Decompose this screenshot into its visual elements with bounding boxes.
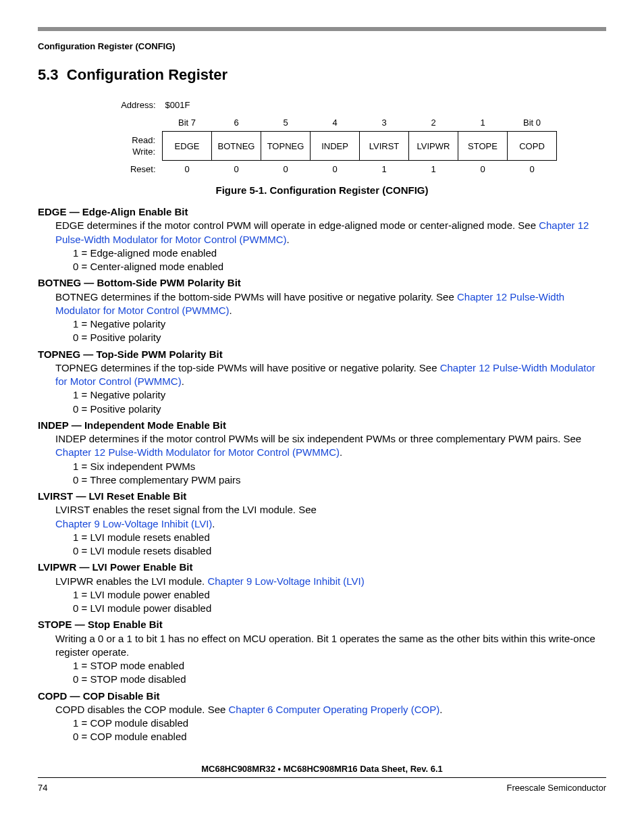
field-description: EDGE determines if the motor control PWM… (55, 219, 606, 246)
field-description: LVIRST enables the reset signal from the… (55, 503, 606, 531)
reset-value: 0 (508, 161, 557, 178)
field-title: TOPNEG — Top-Side PWM Polarity Bit (38, 348, 606, 361)
field-desc-text: EDGE determines if the motor control PWM… (55, 219, 539, 231)
bit-header: Bit 0 (508, 114, 557, 132)
field-description: INDEP determines if the motor control PW… (55, 432, 606, 460)
section-title: 5.3 Configuration Register (38, 65, 606, 85)
bit-name: STOPE (458, 132, 508, 161)
field-desc-text: Writing a 0 or a 1 to bit 1 has no effec… (55, 633, 595, 658)
cross-reference-link[interactable]: Chapter 9 Low-Voltage Inhibit (LVI) (55, 518, 212, 529)
bit-header: 6 (212, 114, 261, 132)
field-value: 1 = Six independent PWMs (73, 460, 606, 473)
field-value: 0 = Center-aligned mode enabled (73, 260, 606, 273)
field-desc-text: . (230, 305, 232, 316)
page: Configuration Register (CONFIG) 5.3 Conf… (0, 0, 644, 834)
field-value: 1 = Negative polarity (73, 317, 606, 331)
reset-value: 1 (409, 161, 458, 178)
field-block: INDEP — Independent Mode Enable BitINDEP… (38, 419, 606, 487)
page-number: 74 (38, 782, 47, 794)
field-value: 1 = Negative polarity (73, 388, 606, 402)
field-desc-text: LVIPWR enables the LVI module. (55, 575, 207, 587)
field-title: EDGE — Edge-Align Enable Bit (38, 205, 606, 219)
reset-value: 1 (360, 161, 409, 178)
bit-name: TOPNEG (261, 132, 311, 161)
bit-header-row: Bit 7 6 5 4 3 2 1 Bit 0 (99, 114, 557, 132)
reset-value: 0 (261, 161, 311, 178)
field-description: COPD disables the COP module. See Chapte… (55, 703, 606, 716)
address-label: Address: (99, 97, 163, 114)
section-number: 5.3 (38, 66, 59, 83)
field-value: 1 = Edge-aligned mode enabled (73, 246, 606, 260)
field-value: 1 = COP module disabled (73, 716, 606, 730)
field-value: 0 = Positive polarity (73, 402, 606, 416)
figure-caption: Figure 5-1. Configuration Register (CONF… (38, 184, 606, 197)
field-block: EDGE — Edge-Align Enable BitEDGE determi… (38, 205, 606, 273)
field-block: COPD — COP Disable BitCOPD disables the … (38, 689, 606, 744)
field-value: 0 = Positive polarity (73, 331, 606, 344)
field-desc-text: . (340, 446, 342, 458)
field-block: STOPE — Stop Enable BitWriting a 0 or a … (38, 618, 606, 686)
field-description: Writing a 0 or a 1 to bit 1 has no effec… (55, 632, 606, 660)
field-value: 0 = Three complementary PWM pairs (73, 473, 606, 487)
write-label: Write: (101, 146, 155, 158)
cross-reference-link[interactable]: Chapter 9 Low-Voltage Inhibit (LVI) (207, 575, 364, 587)
top-rule (38, 27, 606, 31)
field-desc-text: . (212, 518, 215, 529)
publisher: Freescale Semiconductor (507, 782, 606, 794)
bit-header: 5 (261, 114, 311, 132)
field-value: 0 = COP module enabled (73, 730, 606, 744)
read-label: Read: (101, 134, 155, 147)
field-value: 0 = LVI module power disabled (73, 602, 606, 615)
field-description: BOTNEG determines if the bottom-side PWM… (55, 290, 606, 318)
field-title: INDEP — Independent Mode Enable Bit (38, 419, 606, 432)
field-value: 1 = LVI module power enabled (73, 588, 606, 602)
reset-value: 0 (311, 161, 360, 178)
field-block: LVIPWR — LVI Power Enable BitLVIPWR enab… (38, 561, 606, 615)
register-diagram: Address: $001F Bit 7 6 5 4 3 2 1 Bit 0 R… (38, 97, 606, 178)
bit-header: Bit 7 (163, 114, 212, 132)
field-value: 0 = LVI module resets disabled (73, 544, 606, 558)
field-desc-text: . (439, 704, 442, 715)
field-title: COPD — COP Disable Bit (38, 689, 606, 703)
cross-reference-link[interactable]: Chapter 12 Pulse-Width Modulator for Mot… (55, 446, 340, 458)
reset-row: Reset: 0 0 0 0 1 1 0 0 (99, 161, 557, 178)
field-title: BOTNEG — Bottom-Side PWM Polarity Bit (38, 276, 606, 290)
field-value: 1 = LVI module resets enabled (73, 531, 606, 544)
cross-reference-link[interactable]: Chapter 6 Computer Operating Properly (C… (229, 704, 440, 715)
reset-value: 0 (212, 161, 261, 178)
read-write-row: Read: Write: EDGE BOTNEG TOPNEG INDEP LV… (99, 132, 557, 161)
field-desc-text: TOPNEG determines if the top-side PWMs w… (55, 362, 440, 373)
bit-header: 1 (458, 114, 508, 132)
footer-bar: 74 Freescale Semiconductor (38, 777, 606, 794)
field-desc-text: LVIRST enables the reset signal from the… (55, 504, 317, 515)
field-block: BOTNEG — Bottom-Side PWM Polarity BitBOT… (38, 276, 606, 344)
field-title: LVIRST — LVI Reset Enable Bit (38, 490, 606, 503)
field-block: LVIRST — LVI Reset Enable BitLVIRST enab… (38, 490, 606, 558)
bit-name: BOTNEG (212, 132, 261, 161)
bit-name: LVIPWR (409, 132, 458, 161)
bit-name: INDEP (311, 132, 360, 161)
bit-name: COPD (508, 132, 557, 161)
field-desc-text: . (182, 375, 184, 387)
bit-header: 3 (360, 114, 409, 132)
address-row: Address: $001F (99, 97, 557, 114)
field-description: TOPNEG determines if the top-side PWMs w… (55, 361, 606, 389)
reset-value: 0 (458, 161, 508, 178)
field-desc-text: COPD disables the COP module. See (55, 704, 229, 715)
section-title-text: Configuration Register (67, 66, 227, 83)
bit-name: LVIRST (360, 132, 409, 161)
field-block: TOPNEG — Top-Side PWM Polarity BitTOPNEG… (38, 348, 606, 416)
field-desc-text: INDEP determines if the motor control PW… (55, 433, 581, 444)
field-desc-text: . (287, 234, 290, 245)
address-value: $001F (163, 97, 212, 114)
field-value: 1 = STOP mode enabled (73, 659, 606, 673)
field-desc-text: BOTNEG determines if the bottom-side PWM… (55, 291, 457, 303)
running-header: Configuration Register (CONFIG) (38, 41, 606, 53)
field-title: STOPE — Stop Enable Bit (38, 618, 606, 631)
field-definitions: EDGE — Edge-Align Enable BitEDGE determi… (38, 205, 606, 744)
rw-label: Read: Write: (99, 132, 163, 161)
field-description: LVIPWR enables the LVI module. Chapter 9… (55, 575, 606, 588)
reset-value: 0 (163, 161, 212, 178)
bit-header: 2 (409, 114, 458, 132)
field-title: LVIPWR — LVI Power Enable Bit (38, 561, 606, 574)
